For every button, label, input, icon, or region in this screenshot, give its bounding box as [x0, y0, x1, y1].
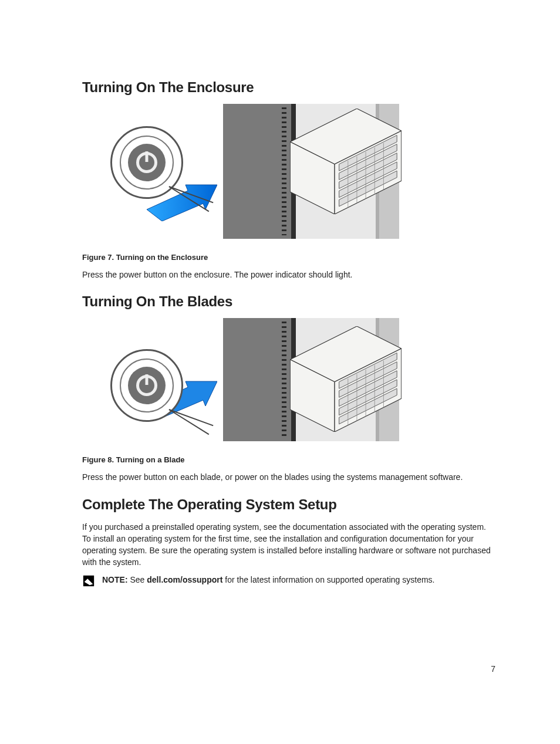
body-enclosure: Press the power button on the enclosure.… — [82, 269, 495, 280]
rack-illustration — [223, 318, 399, 441]
rack-illustration — [223, 104, 399, 239]
page: Turning On The Enclosure — [0, 0, 560, 744]
figure-blades — [106, 318, 399, 441]
power-button-inset — [100, 116, 194, 209]
note-pre: See — [128, 575, 147, 584]
figure-enclosure — [106, 104, 399, 239]
page-number: 7 — [491, 664, 495, 674]
body-blades: Press the power button on each blade, or… — [82, 471, 495, 483]
power-icon — [128, 144, 166, 181]
figure-caption-blades: Figure 8. Turning on a Blade — [82, 455, 495, 464]
body-setup: If you purchased a preinstalled operatin… — [82, 521, 495, 569]
heading-enclosure: Turning On The Enclosure — [82, 79, 495, 96]
power-icon — [128, 367, 166, 404]
heading-blades: Turning On The Blades — [82, 293, 495, 310]
figure-caption-enclosure: Figure 7. Turning on the Enclosure — [82, 253, 495, 262]
note-row: NOTE: See dell.com/ossupport for the lat… — [82, 574, 495, 587]
note-label: NOTE: — [102, 575, 128, 584]
note-icon — [82, 574, 95, 587]
heading-setup: Complete The Operating System Setup — [82, 496, 495, 513]
note-post: for the latest information on supported … — [222, 575, 434, 584]
power-button-inset — [100, 339, 194, 432]
note-text: NOTE: See dell.com/ossupport for the lat… — [102, 574, 434, 586]
note-link: dell.com/ossupport — [147, 575, 222, 584]
